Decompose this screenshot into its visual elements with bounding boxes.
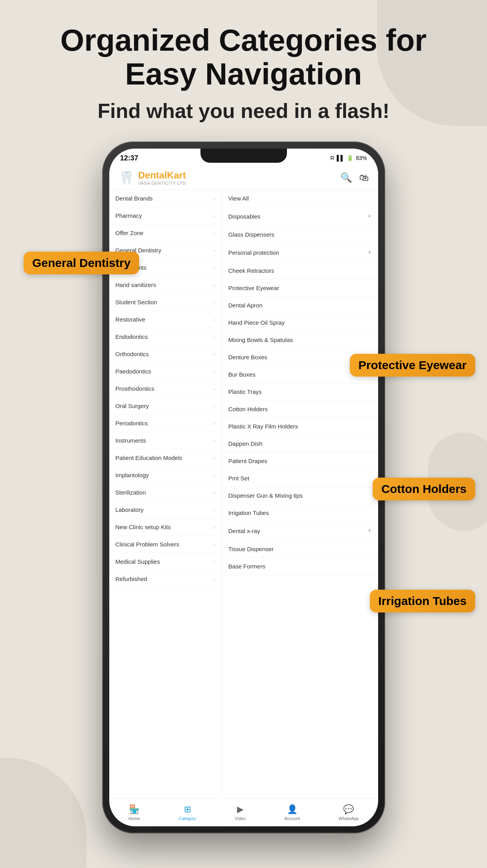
right-item-label: Dappen Dish xyxy=(228,440,263,447)
sidebar-item[interactable]: Dental Brands › xyxy=(109,190,222,207)
sidebar-item[interactable]: Laboratory › xyxy=(109,501,222,519)
right-content-item[interactable]: Pmt Set xyxy=(222,470,378,487)
sidebar-arrow-icon: › xyxy=(213,247,215,254)
right-item-label: Tissue Dispenser xyxy=(228,546,274,552)
sidebar-item[interactable]: Offer Zone › xyxy=(109,224,222,242)
sidebar-item[interactable]: Student Section › xyxy=(109,294,222,311)
sidebar-item[interactable]: Hand sanitizers › xyxy=(109,276,222,294)
right-content-item[interactable]: Cotton Holders xyxy=(222,401,378,418)
right-content-item[interactable]: Dispenser Gun & Mixing tips xyxy=(222,487,378,504)
right-item-label: Dispenser Gun & Mixing tips xyxy=(228,492,303,499)
right-content-item[interactable]: Base Formers xyxy=(222,558,378,575)
nav-item-category[interactable]: ⊞ Category xyxy=(178,804,196,821)
header-section: Organized Categories for Easy Navigation… xyxy=(0,24,487,123)
sidebar-arrow-icon: › xyxy=(213,524,215,530)
search-icon[interactable]: 🔍 xyxy=(340,172,352,183)
sidebar-item[interactable]: Clinical Problem Solvers › xyxy=(109,536,222,553)
app-header: 🦷 DentalKart VASA DENTICITY LTD 🔍 🛍 xyxy=(109,166,378,190)
content-area: Dental Brands › Pharmacy › Offer Zone › … xyxy=(109,190,378,796)
sidebar-arrow-icon: › xyxy=(213,299,215,305)
logo-kart: Kart xyxy=(167,170,186,180)
right-item-label: Plastic X Ray Film Holders xyxy=(228,423,298,430)
nav-item-video[interactable]: ▶ Video xyxy=(235,804,246,821)
sidebar-arrow-icon: › xyxy=(213,213,215,219)
callout-cotton-holders: Cotton Holders xyxy=(373,478,475,500)
right-content-item[interactable]: Irrigation Tubes xyxy=(222,504,378,522)
sidebar-item[interactable]: Restorative › xyxy=(109,311,222,328)
right-content-item[interactable]: Tissue Dispenser xyxy=(222,541,378,558)
sidebar-item[interactable]: Oral Surgery › xyxy=(109,397,222,415)
right-content-item[interactable]: Hand Piece Oil Spray xyxy=(222,314,378,331)
sidebar-item[interactable]: Pharmacy › xyxy=(109,207,222,224)
expand-icon[interactable]: + xyxy=(368,527,372,535)
sidebar-arrow-icon: › xyxy=(213,195,215,202)
sidebar-item-label: Instruments xyxy=(116,437,146,444)
right-content-item[interactable]: Cheek Retractors xyxy=(222,262,378,280)
sidebar-item[interactable]: Sterilization › xyxy=(109,484,222,501)
sidebar-item[interactable]: Paedodontics › xyxy=(109,363,222,380)
expand-icon[interactable]: + xyxy=(368,212,372,221)
whatsapp-nav-label: WhatsApp xyxy=(339,816,359,821)
app-name: DentalKart xyxy=(138,170,186,181)
home-nav-icon: 🏪 xyxy=(129,804,140,815)
sidebar-arrow-icon: › xyxy=(213,472,215,478)
video-nav-label: Video xyxy=(235,816,246,821)
expand-icon[interactable]: + xyxy=(368,248,372,257)
sidebar-item[interactable]: Refurbished › xyxy=(109,570,222,588)
sidebar-item[interactable]: Endodontics › xyxy=(109,328,222,346)
sidebar-arrow-icon: › xyxy=(213,265,215,271)
sidebar-item-label: Pharmacy xyxy=(116,212,142,219)
sidebar-item[interactable]: Periodontics › xyxy=(109,415,222,432)
sidebar-item[interactable]: Orthodontics › xyxy=(109,346,222,363)
sidebar-arrow-icon: › xyxy=(213,559,215,565)
sidebar-arrow-icon: › xyxy=(213,438,215,444)
right-item-label: Irrigation Tubes xyxy=(228,509,269,516)
right-item-label: Protective Eyewear xyxy=(228,285,279,291)
sidebar-arrow-icon: › xyxy=(213,507,215,513)
sidebar-item[interactable]: Medical Supplies › xyxy=(109,553,222,570)
account-nav-icon: 👤 xyxy=(287,804,298,815)
sidebar-arrow-icon: › xyxy=(213,489,215,496)
sidebar-item[interactable]: New Clinic setup Kits › xyxy=(109,519,222,536)
sidebar-item-label: Restorative xyxy=(116,316,145,323)
logo-area: 🦷 DentalKart VASA DENTICITY LTD xyxy=(119,170,186,186)
nav-item-home[interactable]: 🏪 Home xyxy=(129,804,140,821)
right-content: View All Disposables + Glass Dispensers … xyxy=(222,190,378,796)
right-item-label: Mixing Bowls & Spatulas xyxy=(228,337,293,343)
nav-item-account[interactable]: 👤 Account xyxy=(285,804,300,821)
right-content-item[interactable]: Dental x-ray + xyxy=(222,522,378,541)
phone-screen: 12:37 R ▌▌ 🔋 83% 🦷 DentalKart VASA D xyxy=(109,149,378,826)
right-content-item[interactable]: Patient Drapes xyxy=(222,452,378,470)
right-item-label: Base Formers xyxy=(228,563,265,570)
right-content-item[interactable]: Personal protection + xyxy=(222,243,378,262)
cart-icon[interactable]: 🛍 xyxy=(359,172,369,183)
header-icons: 🔍 🛍 xyxy=(340,172,369,183)
nav-item-whatsapp[interactable]: 💬 WhatsApp xyxy=(339,804,359,821)
right-item-label: Denture Boxes xyxy=(228,354,267,360)
right-content-item[interactable]: Plastic Trays xyxy=(222,383,378,401)
sidebar-item-label: Refurbished xyxy=(116,576,147,582)
logo-text-area: DentalKart VASA DENTICITY LTD xyxy=(138,170,186,186)
sidebar-arrow-icon: › xyxy=(213,230,215,236)
right-item-label: Patient Drapes xyxy=(228,458,267,464)
right-content-item[interactable]: Mixing Bowls & Spatulas xyxy=(222,331,378,349)
sidebar-item-label: Medical Supplies xyxy=(116,558,160,565)
sidebar-arrow-icon: › xyxy=(213,455,215,461)
sidebar-item[interactable]: Patient Education Models › xyxy=(109,449,222,467)
sidebar-item[interactable]: Instruments › xyxy=(109,432,222,449)
right-content-item[interactable]: Dental Apron xyxy=(222,297,378,314)
sidebar-item[interactable]: Prosthodontics › xyxy=(109,380,222,397)
right-content-item[interactable]: Disposables + xyxy=(222,207,378,226)
right-content-item[interactable]: Dappen Dish xyxy=(222,435,378,452)
sidebar-arrow-icon: › xyxy=(213,541,215,548)
sidebar-item[interactable]: Implantology › xyxy=(109,467,222,484)
callout-irrigation-tubes: Irrigation Tubes xyxy=(370,590,475,612)
whatsapp-nav-icon: 💬 xyxy=(343,804,354,815)
right-content-item[interactable]: Protective Eyewear xyxy=(222,280,378,297)
sidebar-arrow-icon: › xyxy=(213,316,215,323)
right-content-item[interactable]: Glass Dispensers xyxy=(222,226,378,243)
network-icon: ▌▌ xyxy=(337,155,345,161)
right-content-item[interactable]: Plastic X Ray Film Holders xyxy=(222,418,378,435)
right-content-item[interactable]: View All xyxy=(222,190,378,207)
sidebar-arrow-icon: › xyxy=(213,386,215,392)
